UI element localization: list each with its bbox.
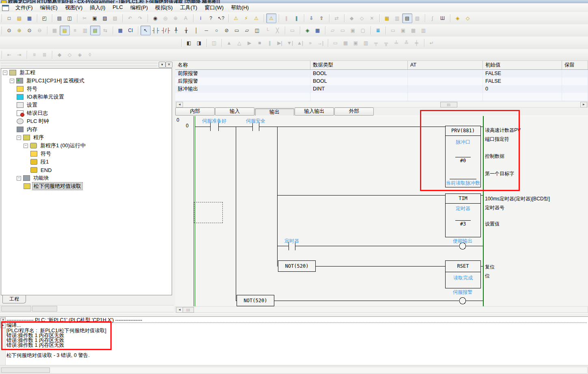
time-chart-monitor-icon[interactable]: Ш	[437, 13, 448, 23]
select-mode-icon[interactable]: ↖	[140, 26, 151, 35]
menu-item-1[interactable]: 编辑(E)	[37, 3, 61, 12]
tree-item-programs[interactable]: −程序	[1, 133, 172, 142]
fb-invocation-icon[interactable]: ◫	[252, 26, 262, 35]
coil-enable-output-label[interactable]: 使能输出	[446, 238, 480, 245]
not-instruction-2[interactable]: NOT(520)	[237, 295, 274, 306]
table-row[interactable]: 前限报警BOOLFALSE	[175, 70, 588, 77]
copy-icon[interactable]: ▣	[90, 13, 100, 23]
close-icon[interactable]: ✕	[166, 62, 172, 68]
zoom-100-icon[interactable]: ⊙	[24, 26, 34, 35]
coil-icon[interactable]: ○	[211, 26, 222, 35]
tree-item-error-log[interactable]: 错误日志	[1, 109, 172, 117]
contact-or-nc-icon[interactable]: ╁	[181, 26, 191, 35]
close-icon[interactable]: ✕	[0, 318, 6, 323]
instruction-icon[interactable]: ▭	[232, 26, 242, 35]
paste-icon[interactable]: ▨	[100, 13, 110, 23]
scrollbar-thumb[interactable]	[1, 368, 50, 373]
context-help-icon[interactable]: ↖?	[216, 13, 226, 23]
print-icon[interactable]: ▤	[54, 13, 65, 23]
mnemonic-view-icon[interactable]: ▦	[115, 26, 125, 35]
tree-item-section1[interactable]: 段1	[1, 158, 172, 166]
open-icon[interactable]: ▤	[14, 13, 24, 23]
watch-ci-icon[interactable]: CI	[125, 26, 136, 35]
coil-servo-alarm-label[interactable]: 伺服报警	[446, 289, 480, 296]
horizontal-line-icon[interactable]: ─	[201, 26, 211, 35]
online-program-check-icon[interactable]: ⚠	[251, 13, 261, 23]
vertical-line-icon[interactable]: │	[191, 26, 201, 35]
compile-output[interactable]: ---------------- PLC: '新PLC1' (PLC机型 'CP…	[6, 318, 587, 365]
help-icon[interactable]: ?	[206, 13, 216, 23]
expander-icon[interactable]: −	[17, 135, 21, 140]
new-icon[interactable]: □	[4, 13, 14, 23]
coil-not-icon[interactable]: ⊘	[222, 26, 232, 35]
menu-item-6[interactable]: 模拟(S)	[151, 3, 176, 12]
ladder-editor[interactable]: 0 0 伺服准备好 伺服安全 定时器 使能输出 伺服报警 PRV(881) 脉冲…	[175, 116, 588, 307]
compile-icon[interactable]: ⚠	[231, 13, 241, 23]
prv-instruction-block[interactable]: PRV(881) 脉冲口 #0 当前读取脉冲数	[445, 126, 481, 187]
tab-input[interactable]: 输入	[215, 107, 254, 116]
instruction-not-icon[interactable]: ▱	[242, 26, 252, 35]
workspace-header[interactable]: ▾ ✕	[0, 61, 174, 68]
column-header-3[interactable]: 初始值	[483, 61, 562, 69]
tree-item-fb-panasonic-servo-abs-read[interactable]: 松下伺服绝对值读取	[1, 182, 172, 190]
tab-external[interactable]: 外部	[334, 107, 374, 116]
tree-item-io-table[interactable]: IO表和单元设置	[1, 93, 172, 101]
tree-item-project[interactable]: −新工程	[1, 69, 172, 77]
expander-icon[interactable]: −	[3, 71, 7, 75]
rset-instruction-block[interactable]: RSET 读取完成	[445, 260, 481, 288]
menu-item-8[interactable]: 窗口(W)	[201, 3, 227, 12]
column-header-4[interactable]: 保留	[562, 61, 588, 69]
compile-all-programs-icon[interactable]: ⚡	[241, 13, 251, 23]
tree-item-plc[interactable]: −新PLC1[CP1H] 监视模式	[1, 77, 172, 85]
column-header-1[interactable]: 数据类型	[310, 61, 408, 69]
scrollbar-thumb[interactable]: |||	[440, 102, 457, 107]
prv-operand-2[interactable]: #0	[446, 158, 480, 163]
transfer-from-plc-icon[interactable]: ⇧	[317, 13, 327, 23]
tree-item-memory[interactable]: 内存	[1, 125, 172, 133]
tab-output[interactable]: 输出	[255, 108, 294, 116]
pin-icon[interactable]: ▸	[0, 323, 6, 328]
save-icon[interactable]: ▦	[24, 13, 34, 23]
expander-icon[interactable]: −	[24, 144, 28, 148]
pause-icon[interactable]: ∥	[291, 13, 302, 23]
symbol-browse-icon[interactable]: ≣	[373, 26, 383, 35]
window-mnemonic-icon[interactable]: ◨	[194, 38, 204, 48]
tim-instruction-block[interactable]: TIM 定时器 #3	[445, 193, 481, 237]
tree-hscrollbar[interactable]	[0, 305, 174, 312]
tree-item-end[interactable]: END	[1, 166, 172, 174]
tab-input-output[interactable]: 输入输出	[295, 107, 334, 116]
tree-item-function-blocks[interactable]: −功能块	[1, 174, 172, 182]
window-ladder-icon[interactable]: ◧	[184, 38, 194, 48]
contact-timer-label[interactable]: 定时器	[275, 238, 309, 245]
scroll-right-icon[interactable]: ►	[580, 102, 587, 107]
scroll-left-icon[interactable]: ◄	[176, 102, 183, 107]
menu-item-0[interactable]: 文件(F)	[12, 3, 37, 12]
zoom-in-icon[interactable]: ⊕	[14, 26, 24, 35]
tab-project[interactable]: 工程	[2, 295, 26, 303]
scrollbar-thumb[interactable]	[1, 306, 31, 312]
prv-operand-3[interactable]: 当前读取脉冲数	[446, 180, 480, 187]
tree-item-plc-clock[interactable]: PLC 时钟	[1, 117, 172, 125]
zoom-to-fit-icon[interactable]: ⊙	[4, 26, 14, 35]
page-preview-icon[interactable]: ◰	[39, 13, 50, 23]
fb-library-icon[interactable]: ◈	[302, 26, 312, 35]
address-reference-tool-icon[interactable]: ▤	[90, 26, 100, 35]
output-hscrollbar[interactable]	[0, 365, 588, 374]
contact-servo-safe-label[interactable]: 伺服安全	[239, 118, 273, 125]
tree-item-settings[interactable]: 设置	[1, 101, 172, 109]
tab-internal[interactable]: 内部	[175, 107, 215, 116]
scroll-left-icon[interactable]: ◄	[176, 307, 183, 313]
ladder-hscrollbar[interactable]: ◄ |||	[175, 306, 588, 313]
tree-item-program1[interactable]: −新程序1 (00)运行中	[1, 142, 172, 150]
set-password-icon[interactable]: ◈	[452, 13, 463, 23]
find-icon[interactable]: ◉	[150, 13, 160, 23]
table-row[interactable]	[175, 93, 588, 101]
contact-no-icon[interactable]: ┤├	[151, 26, 161, 35]
tim-operand-1[interactable]: 定时器	[446, 205, 480, 212]
contact-or-no-icon[interactable]: ╀	[171, 26, 181, 35]
child-window-icon[interactable]	[2, 5, 9, 11]
variable-table-hscrollbar[interactable]: ◄ ||| ►	[175, 101, 588, 107]
contact-servo-ready-label[interactable]: 伺服准备好	[197, 118, 231, 125]
contact-nc-icon[interactable]: ┤/├	[161, 26, 171, 35]
menu-item-7[interactable]: 工具(T)	[177, 3, 201, 12]
